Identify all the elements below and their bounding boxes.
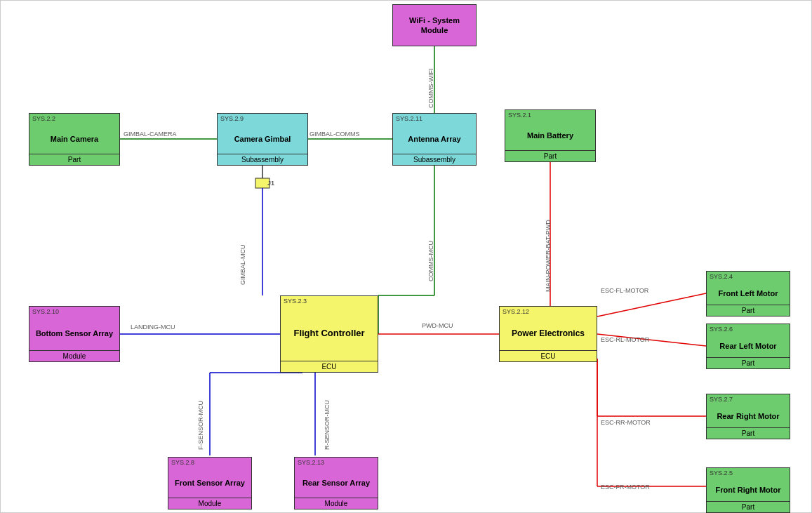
label-comms-mcu: COMMS-MCU — [427, 173, 434, 281]
connection-lines — [1, 1, 812, 513]
node-front-left-motor[interactable]: SYS.2.4 Front Left Motor Part — [706, 271, 790, 317]
node-camera-gimbal-type: Subassembly — [218, 154, 307, 165]
node-rear-left-motor-title: SYS.2.6 — [707, 324, 790, 335]
node-rear-right-motor-name: Rear Right Motor — [707, 405, 790, 427]
node-main-camera-title: SYS.2.2 — [29, 114, 119, 124]
node-main-camera-type: Part — [29, 154, 119, 165]
node-camera-gimbal[interactable]: SYS.2.9 Camera Gimbal Subassembly — [217, 113, 308, 166]
node-flight-controller-type: ECU — [281, 361, 378, 372]
node-main-camera-name: Main Camera — [29, 124, 119, 154]
label-main-power: MAIN-POWER-BAT-PWD — [545, 169, 552, 292]
node-main-battery-type: Part — [505, 150, 595, 161]
label-esc-rl: ESC-RL-MOTOR — [601, 336, 649, 343]
label-esc-rr: ESC-RR-MOTOR — [601, 419, 651, 426]
node-rear-sensor-title: SYS.2.13 — [295, 458, 378, 468]
node-bottom-sensor-title: SYS.2.10 — [29, 307, 119, 317]
node-flight-controller[interactable]: SYS.2.3 Flight Controller ECU — [280, 295, 378, 373]
node-antenna-array-title: SYS.2.11 — [393, 114, 476, 124]
label-gimbal-mcu: GIMBAL-MCU — [239, 194, 246, 285]
label-esc-fr: ESC-FR-MOTOR — [601, 484, 650, 491]
node-wifi-name: WiFi - System Module — [393, 13, 476, 39]
node-front-left-motor-name: Front Left Motor — [707, 282, 790, 305]
node-rear-left-motor[interactable]: SYS.2.6 Rear Left Motor Part — [706, 324, 790, 369]
node-rear-sensor[interactable]: SYS.2.13 Rear Sensor Array Module — [294, 457, 378, 509]
svg-line-13 — [597, 293, 706, 317]
node-power-electronics-type: ECU — [500, 350, 597, 361]
node-wifi[interactable]: WiFi - System Module — [392, 4, 477, 46]
node-main-battery[interactable]: SYS.2.1 Main Battery Part — [505, 109, 596, 162]
node-rear-left-motor-name: Rear Left Motor — [707, 335, 790, 357]
node-front-sensor-name: Front Sensor Array — [168, 468, 251, 498]
node-rear-sensor-name: Rear Sensor Array — [295, 468, 378, 498]
label-gimbal-camera: GIMBAL-CAMERA — [124, 131, 177, 138]
node-antenna-array-name: Antenna Array — [393, 124, 476, 154]
node-bottom-sensor-name: Bottom Sensor Array — [29, 317, 119, 350]
label-f-sensor-mcu: F-SENSOR-MCU — [197, 383, 204, 450]
label-r-sensor-mcu: R-SENSOR-MCU — [324, 383, 331, 450]
node-rear-right-motor-type: Part — [707, 427, 790, 439]
node-antenna-array-type: Subassembly — [393, 154, 476, 165]
node-main-battery-name: Main Battery — [505, 121, 595, 150]
node-front-right-motor-title: SYS.2.5 — [707, 468, 790, 479]
node-rear-left-motor-type: Part — [707, 357, 790, 368]
node-rear-sensor-type: Module — [295, 498, 378, 509]
node-antenna-array[interactable]: SYS.2.11 Antenna Array Subassembly — [392, 113, 477, 166]
node-main-camera[interactable]: SYS.2.2 Main Camera Part — [29, 113, 120, 166]
label-comms-wifi: COMMS-WIFI — [427, 48, 434, 108]
node-front-right-motor[interactable]: SYS.2.5 Front Right Motor Part — [706, 467, 790, 513]
node-front-sensor[interactable]: SYS.2.8 Front Sensor Array Module — [168, 457, 252, 509]
node-front-right-motor-type: Part — [707, 501, 790, 512]
node-camera-gimbal-title: SYS.2.9 — [218, 114, 307, 124]
node-camera-gimbal-name: Camera Gimbal — [218, 124, 307, 154]
node-rear-right-motor-title: SYS.2.7 — [707, 394, 790, 405]
node-power-electronics-title: SYS.2.12 — [500, 307, 597, 317]
label-j1: J1 — [267, 180, 274, 187]
node-flight-controller-name: Flight Controller — [281, 307, 378, 361]
node-front-sensor-title: SYS.2.8 — [168, 458, 251, 468]
node-bottom-sensor-type: Module — [29, 350, 119, 361]
node-bottom-sensor[interactable]: SYS.2.10 Bottom Sensor Array Module — [29, 306, 120, 362]
node-rear-right-motor[interactable]: SYS.2.7 Rear Right Motor Part — [706, 394, 790, 439]
label-esc-fl: ESC-FL-MOTOR — [601, 287, 648, 294]
label-gimbal-comms: GIMBAL-COMMS — [310, 131, 360, 138]
node-front-left-motor-title: SYS.2.4 — [707, 272, 790, 282]
node-flight-controller-title: SYS.2.3 — [281, 296, 378, 307]
label-pwd-mcu: PWD-MCU — [422, 322, 453, 329]
label-landing-mcu: LANDING-MCU — [131, 324, 175, 331]
node-main-battery-title: SYS.2.1 — [505, 110, 595, 121]
node-front-right-motor-name: Front Right Motor — [707, 479, 790, 501]
node-front-left-motor-type: Part — [707, 305, 790, 316]
node-power-electronics-name: Power Electronics — [500, 317, 597, 350]
node-front-sensor-type: Module — [168, 498, 251, 509]
diagram-canvas: WiFi - System Module SYS.2.2 Main Camera… — [0, 0, 812, 513]
node-power-electronics[interactable]: SYS.2.12 Power Electronics ECU — [499, 306, 597, 362]
